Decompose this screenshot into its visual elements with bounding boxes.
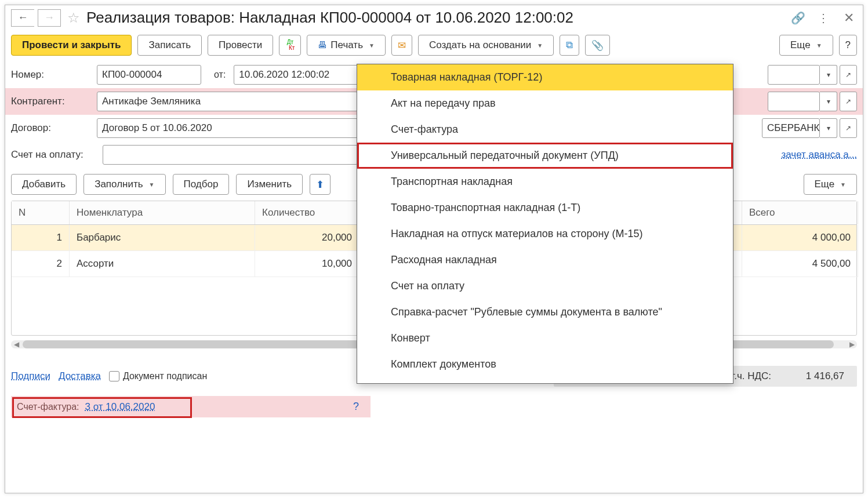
tree-icon: ⧉ <box>566 39 573 51</box>
col-nomen[interactable]: Номенклатура <box>70 201 255 224</box>
add-button[interactable]: Добавить <box>11 174 77 195</box>
more-button[interactable]: Еще ▼ <box>779 35 833 56</box>
signed-checkbox-wrap[interactable]: Документ подписан <box>109 371 207 381</box>
chevron-down-icon: ▼ <box>840 181 846 188</box>
cell-n: 2 <box>12 251 70 277</box>
menu-item-komplekt[interactable]: Комплект документов <box>357 351 733 377</box>
post-and-close-button[interactable]: Провести и закрыть <box>11 35 132 56</box>
favorite-star-icon[interactable]: ☆ <box>64 9 83 27</box>
scroll-left-icon: ◀ <box>12 340 20 348</box>
cell-nomen: Ассорти <box>70 251 255 277</box>
cell-total: 4 500,00 <box>742 251 858 277</box>
cell-nomen: Барбарис <box>70 225 255 251</box>
contract-label: Договор: <box>11 122 92 134</box>
paperclip-icon: 📎 <box>591 39 604 52</box>
chevron-down-icon: ▼ <box>149 181 155 188</box>
structure-button[interactable]: ⧉ <box>560 35 579 56</box>
open-ext-icon[interactable]: ↗ <box>840 118 857 138</box>
print-dropdown-menu: Товарная накладная (ТОРГ-12) Акт на пере… <box>357 64 733 384</box>
chevron-down-icon: ▼ <box>816 42 822 49</box>
window-title: Реализация товаров: Накладная КП00-00000… <box>86 9 786 27</box>
main-toolbar: Провести и закрыть Записать Провести Дт … <box>5 32 863 61</box>
open-ext-icon[interactable]: ↗ <box>840 92 857 111</box>
date-field[interactable]: 10.06.2020 12:00:02 <box>234 65 361 85</box>
counterparty-label: Контрагент: <box>11 96 92 107</box>
table-more-label: Еще <box>815 179 835 190</box>
pick-button[interactable]: Подбор <box>173 174 230 195</box>
bank-field[interactable]: СБЕРБАНК <box>762 118 820 138</box>
back-button[interactable]: ← <box>11 9 34 27</box>
col-n[interactable]: N <box>12 201 70 224</box>
menu-item-upd[interactable]: Универсальный передаточный документ (УПД… <box>357 143 733 169</box>
open-ext-icon[interactable]: ↗ <box>840 65 857 85</box>
invoice-out-label: Счет-фактура: <box>17 402 79 412</box>
attach-button[interactable]: 📎 <box>585 35 610 56</box>
arrow-up-icon: ⬆ <box>316 179 324 191</box>
edit-button[interactable]: Изменить <box>236 174 303 195</box>
chevron-down-icon: ▼ <box>537 42 543 49</box>
fill-button[interactable]: Заполнить ▼ <box>83 174 165 195</box>
help-icon[interactable]: ? <box>353 401 359 413</box>
print-button[interactable]: 🖶 Печать ▼ <box>307 35 386 56</box>
close-icon[interactable]: ✕ <box>841 10 857 26</box>
more-vertical-icon[interactable]: ⋮ <box>815 10 831 26</box>
hidden-field-2[interactable] <box>768 92 820 111</box>
create-based-button[interactable]: Создать на основании ▼ <box>418 35 554 56</box>
signatures-link[interactable]: Подписи <box>11 370 50 382</box>
debit-credit-icon: Дт Кт <box>285 39 295 51</box>
scroll-right-icon: ▶ <box>848 340 856 348</box>
invoice-label: Счет на оплату: <box>11 149 98 161</box>
invoice-out-link[interactable]: 3 от 10.06.2020 <box>85 401 155 413</box>
hidden-field-1[interactable] <box>768 65 820 85</box>
dtk-button[interactable]: Дт Кт <box>279 35 301 56</box>
cell-total: 4 000,00 <box>742 225 858 251</box>
help-button[interactable]: ? <box>839 35 857 56</box>
col-total[interactable]: Всего <box>742 201 858 224</box>
dropdown-caret-icon[interactable]: ▾ <box>820 118 837 138</box>
menu-item-transport[interactable]: Транспортная накладная <box>357 169 733 195</box>
ot-label: от: <box>214 70 226 80</box>
move-up-button[interactable]: ⬆ <box>310 174 331 195</box>
dropdown-caret-icon[interactable]: ▾ <box>820 92 837 111</box>
menu-item-schet-oplata[interactable]: Счет на оплату <box>357 273 733 299</box>
delivery-link[interactable]: Доставка <box>59 370 101 382</box>
table-more-button[interactable]: Еще ▼ <box>804 174 858 195</box>
dropdown-caret-icon[interactable]: ▾ <box>820 65 837 85</box>
cell-qty: 20,000 <box>255 225 359 251</box>
vat-value: 1 416,67 <box>786 370 844 382</box>
number-label: Номер: <box>11 69 92 81</box>
printer-icon: 🖶 <box>318 40 327 50</box>
cell-n: 1 <box>12 225 70 251</box>
menu-item-konvert[interactable]: Конверт <box>357 325 733 351</box>
counterparty-field[interactable]: Антикафе Земляника <box>97 92 358 111</box>
menu-item-act[interactable]: Акт на передачу прав <box>357 90 733 117</box>
cell-qty: 10,000 <box>255 251 359 277</box>
app-window: ← → ☆ Реализация товаров: Накладная КП00… <box>5 5 863 493</box>
more-label: Еще <box>790 39 811 51</box>
signed-label: Документ подписан <box>123 371 207 381</box>
create-based-label: Создать на основании <box>429 39 531 51</box>
checkbox-icon[interactable] <box>109 371 119 381</box>
envelope-icon: ✉ <box>398 39 406 52</box>
menu-item-spravka[interactable]: Справка-расчет "Рублевые суммы документа… <box>357 299 733 325</box>
invoice-field[interactable] <box>103 145 358 165</box>
advance-link[interactable]: зачет аванса а... <box>781 149 857 161</box>
contract-field[interactable]: Договор 5 от 10.06.2020 <box>97 118 358 138</box>
post-button[interactable]: Провести <box>208 35 273 56</box>
menu-item-1t[interactable]: Товарно-транспортная накладная (1-Т) <box>357 195 733 221</box>
forward-button[interactable]: → <box>38 9 61 27</box>
write-button[interactable]: Записать <box>137 35 202 56</box>
col-qty[interactable]: Количество <box>255 201 359 224</box>
menu-item-torg12[interactable]: Товарная накладная (ТОРГ-12) <box>357 64 733 90</box>
chevron-down-icon: ▼ <box>369 42 375 49</box>
link-icon[interactable]: 🔗 <box>790 10 806 26</box>
title-bar: ← → ☆ Реализация товаров: Накладная КП00… <box>5 5 863 32</box>
fill-label: Заполнить <box>95 179 143 190</box>
invoice-footer-row: Счет-фактура: 3 от 10.06.2020 ? <box>11 396 371 417</box>
menu-item-rashod[interactable]: Расходная накладная <box>357 247 733 273</box>
number-field[interactable]: КП00-000004 <box>97 65 201 85</box>
menu-item-m15[interactable]: Накладная на отпуск материалов на сторон… <box>357 221 733 247</box>
email-button[interactable]: ✉ <box>391 35 412 56</box>
print-label: Печать <box>331 39 363 51</box>
menu-item-schet-factura[interactable]: Счет-фактура <box>357 117 733 143</box>
